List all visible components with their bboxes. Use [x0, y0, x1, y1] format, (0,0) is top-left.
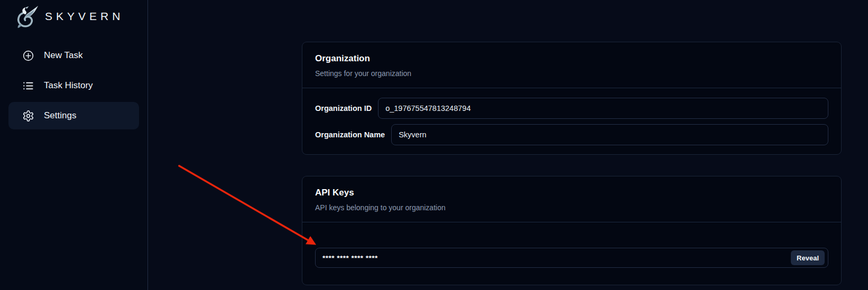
organization-card-content: Organization ID Organization Name	[302, 88, 841, 157]
plus-circle-icon	[22, 50, 34, 62]
card-subtitle: Settings for your organization	[315, 69, 828, 78]
list-icon	[22, 80, 34, 92]
organization-id-input[interactable]	[378, 98, 828, 119]
organization-name-input[interactable]	[391, 124, 828, 145]
card-title: Organization	[315, 53, 828, 64]
reveal-button[interactable]: Reveal	[791, 250, 825, 265]
organization-name-label: Organization Name	[315, 130, 385, 139]
organization-id-label: Organization ID	[315, 104, 372, 113]
api-keys-card-content: **** **** **** **** Reveal	[302, 222, 841, 268]
api-keys-card-header: API Keys API keys belonging to your orga…	[302, 176, 841, 222]
api-key-field[interactable]: **** **** **** **** Reveal	[315, 248, 828, 268]
app-title: SKYVERN	[45, 10, 124, 23]
card-title: API Keys	[315, 187, 828, 199]
gear-icon	[22, 110, 34, 122]
sidebar: SKYVERN New Task Task History Settings	[0, 0, 148, 290]
api-key-masked-value: **** **** **** ****	[322, 254, 378, 262]
skyvern-dragon-logo-icon	[15, 4, 40, 29]
api-keys-card: API Keys API keys belonging to your orga…	[302, 176, 842, 285]
organization-id-row: Organization ID	[315, 98, 828, 119]
sidebar-item-label: New Task	[44, 50, 82, 61]
sidebar-item-task-history[interactable]: Task History	[8, 72, 139, 99]
organization-name-row: Organization Name	[315, 124, 828, 145]
organization-card-header: Organization Settings for your organizat…	[302, 42, 841, 88]
app-logo: SKYVERN	[0, 0, 147, 31]
organization-card: Organization Settings for your organizat…	[302, 42, 842, 155]
card-subtitle: API keys belonging to your organization	[315, 203, 828, 212]
sidebar-item-label: Task History	[44, 80, 93, 91]
sidebar-item-new-task[interactable]: New Task	[8, 42, 139, 69]
sidebar-item-settings[interactable]: Settings	[8, 102, 139, 129]
sidebar-item-label: Settings	[44, 110, 76, 121]
sidebar-nav: New Task Task History Settings	[0, 42, 147, 129]
